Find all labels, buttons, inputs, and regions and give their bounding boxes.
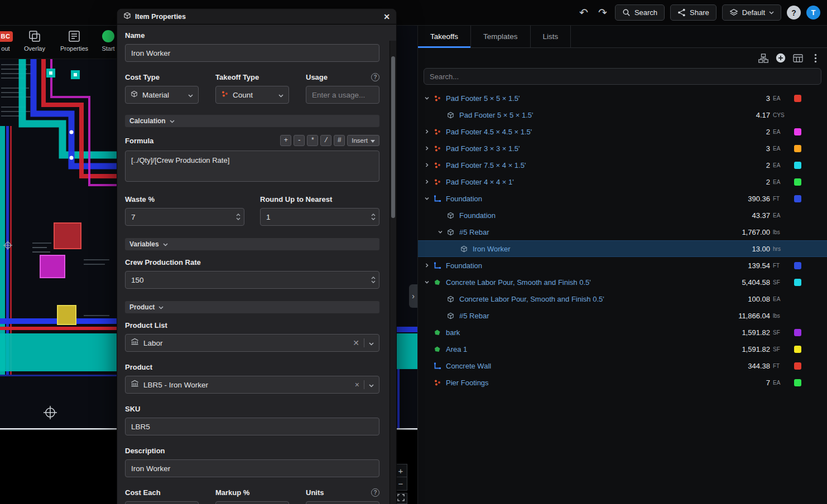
stepper-arrows[interactable] bbox=[236, 214, 241, 220]
blueprint-area[interactable] bbox=[0, 59, 117, 504]
clear-icon[interactable]: × bbox=[355, 380, 359, 389]
takeoff-row[interactable]: Pad Footer 3 × 3 × 1.5'3EA bbox=[418, 140, 827, 157]
formula-op-+[interactable]: + bbox=[280, 135, 291, 146]
cost-each-input[interactable] bbox=[125, 501, 199, 504]
takeoff-row[interactable]: Pad Footer 5 × 5 × 1.5'3EA bbox=[418, 90, 827, 106]
formula-op-*[interactable]: * bbox=[307, 135, 318, 146]
takeoff-row[interactable]: Iron Worker13.00hrs bbox=[418, 240, 827, 257]
formula-op--[interactable]: - bbox=[294, 135, 305, 146]
add-takeoff-button[interactable] bbox=[776, 53, 786, 63]
hierarchy-view-icon[interactable] bbox=[758, 53, 768, 63]
drawing-sliver[interactable] bbox=[396, 26, 417, 504]
product-list-select[interactable]: Labor ✕ bbox=[125, 334, 379, 352]
chevron-right-icon[interactable] bbox=[422, 129, 431, 134]
stepper-arrows[interactable] bbox=[371, 277, 376, 283]
tab-templates[interactable]: Templates bbox=[471, 26, 531, 47]
sku-field[interactable] bbox=[125, 418, 379, 435]
toolbar-item-overlay[interactable]: Overlay bbox=[19, 30, 50, 52]
takeoff-row[interactable]: Pad Footer 4 × 4 × 1'2EA bbox=[418, 173, 827, 190]
toolbar-item-out[interactable]: BCout bbox=[0, 30, 17, 52]
modal-header[interactable]: Item Properties ✕ bbox=[117, 9, 396, 25]
color-swatch[interactable] bbox=[794, 145, 801, 152]
tab-lists[interactable]: Lists bbox=[531, 26, 571, 47]
name-field[interactable] bbox=[125, 44, 379, 62]
chevron-down-icon[interactable] bbox=[422, 279, 431, 285]
color-swatch[interactable] bbox=[794, 329, 801, 336]
takeoff-row[interactable]: Pier Footings7EA bbox=[418, 374, 827, 391]
toolbar-item-label: Start bbox=[102, 45, 114, 52]
stepper-arrows[interactable] bbox=[371, 214, 376, 220]
chevron-down-icon[interactable] bbox=[436, 229, 445, 235]
formula-op-/[interactable]: / bbox=[320, 135, 331, 146]
table-view-icon[interactable] bbox=[793, 53, 803, 63]
chevron-right-icon[interactable] bbox=[422, 263, 431, 268]
formula-input[interactable]: [../Qty]/[Crew Production Rate] bbox=[125, 151, 379, 182]
help-button[interactable]: ? bbox=[787, 6, 801, 20]
takeoff-row[interactable]: Foundation43.37EA bbox=[418, 207, 827, 224]
color-swatch[interactable] bbox=[794, 346, 801, 353]
toolbar-item-label: out bbox=[1, 45, 9, 52]
color-swatch[interactable] bbox=[794, 162, 801, 169]
scrollbar-thumb[interactable] bbox=[391, 56, 395, 218]
share-button[interactable]: Share bbox=[670, 4, 717, 21]
color-swatch[interactable] bbox=[794, 279, 801, 286]
tab-takeoffs[interactable]: Takeoffs bbox=[418, 26, 471, 47]
takeoff-type-select[interactable]: Count bbox=[215, 86, 289, 104]
toolbar-item-start[interactable]: Start bbox=[96, 30, 117, 52]
calculation-section-header[interactable]: Calculation bbox=[125, 115, 379, 127]
takeoff-row[interactable]: Foundation390.36FT bbox=[418, 190, 827, 207]
takeoff-row[interactable]: Concrete Labor Pour, Smooth and Finish 0… bbox=[418, 290, 827, 307]
chevron-down-icon[interactable] bbox=[422, 196, 431, 201]
round-up-input[interactable] bbox=[260, 208, 379, 226]
clear-icon[interactable]: ✕ bbox=[353, 338, 359, 347]
takeoff-row[interactable]: #5 Rebar11,866.04lbs bbox=[418, 307, 827, 324]
color-swatch[interactable] bbox=[794, 379, 801, 386]
description-field[interactable] bbox=[125, 459, 379, 477]
takeoff-search-input[interactable] bbox=[424, 68, 821, 85]
color-swatch[interactable] bbox=[794, 195, 801, 202]
markup-stepper bbox=[215, 501, 289, 504]
cost-type-select[interactable]: Material bbox=[125, 86, 199, 104]
toolbar-item-properties[interactable]: Properties bbox=[56, 30, 93, 52]
color-swatch[interactable] bbox=[794, 128, 801, 135]
chevron-right-icon[interactable] bbox=[422, 162, 431, 168]
modal-scrollbar[interactable] bbox=[390, 41, 396, 504]
takeoff-row[interactable]: Concrete Labor Pour, Smooth and Finish 0… bbox=[418, 274, 827, 290]
formula-op-#[interactable]: # bbox=[334, 135, 345, 146]
takeoff-row[interactable]: Pad Footer 4.5 × 4.5 × 1.5'2EA bbox=[418, 123, 827, 140]
usage-field[interactable] bbox=[306, 86, 379, 104]
workspace-dropdown[interactable]: Default bbox=[722, 4, 781, 21]
units-help-icon[interactable]: ? bbox=[371, 488, 379, 497]
takeoff-row[interactable]: Concrete Wall344.38FT bbox=[418, 357, 827, 374]
search-button[interactable]: Search bbox=[615, 4, 665, 21]
redo-icon[interactable]: ↷ bbox=[596, 6, 609, 19]
takeoff-row[interactable]: Pad Footer 5 × 5 × 1.5'4.17CYS bbox=[418, 106, 827, 123]
chevron-right-icon[interactable] bbox=[422, 146, 431, 151]
chevron-down-icon[interactable] bbox=[422, 95, 431, 101]
product-select[interactable]: LBR5 - Iron Worker × bbox=[125, 376, 379, 394]
takeoff-row[interactable]: Area 11,591.82SF bbox=[418, 341, 827, 357]
formula-insert-button[interactable]: Insert bbox=[347, 135, 379, 146]
takeoff-row[interactable]: Foundation139.54FT bbox=[418, 257, 827, 274]
color-swatch[interactable] bbox=[794, 95, 801, 102]
variables-section-header[interactable]: Variables bbox=[125, 238, 379, 250]
avatar[interactable]: T bbox=[806, 6, 820, 20]
more-options-icon[interactable] bbox=[810, 53, 820, 63]
chevron-right-icon[interactable] bbox=[422, 179, 431, 185]
takeoff-row[interactable]: #5 Rebar1,767.00lbs bbox=[418, 224, 827, 240]
waste-input[interactable] bbox=[125, 208, 244, 226]
product-section-header[interactable]: Product bbox=[125, 301, 379, 313]
takeoff-row[interactable]: bark1,591.82SF bbox=[418, 324, 827, 341]
blueprint-canvas[interactable] bbox=[0, 59, 117, 504]
color-swatch[interactable] bbox=[794, 178, 801, 186]
markup-input[interactable] bbox=[215, 501, 289, 504]
units-field[interactable] bbox=[306, 501, 379, 504]
color-swatch[interactable] bbox=[794, 362, 801, 370]
panel-collapse-button[interactable]: › bbox=[409, 284, 417, 308]
crew-rate-input[interactable] bbox=[125, 271, 379, 289]
usage-help-icon[interactable]: ? bbox=[371, 73, 379, 81]
color-swatch[interactable] bbox=[794, 262, 801, 269]
undo-icon[interactable]: ↶ bbox=[577, 6, 590, 19]
takeoff-row[interactable]: Pad Footer 7.5 × 4 × 1.5'2EA bbox=[418, 157, 827, 173]
close-icon[interactable]: ✕ bbox=[383, 12, 390, 21]
